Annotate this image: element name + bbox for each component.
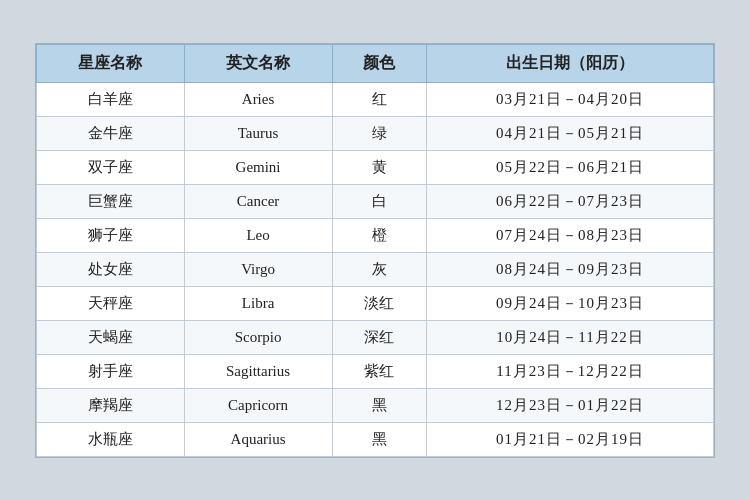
cell-dates: 10月24日－11月22日 [427, 320, 714, 354]
cell-dates: 01月21日－02月19日 [427, 422, 714, 456]
cell-chinese: 双子座 [37, 150, 185, 184]
table-body: 白羊座Aries红03月21日－04月20日金牛座Taurus绿04月21日－0… [37, 82, 714, 456]
table-row: 狮子座Leo橙07月24日－08月23日 [37, 218, 714, 252]
cell-chinese: 水瓶座 [37, 422, 185, 456]
cell-chinese: 天蝎座 [37, 320, 185, 354]
cell-color: 淡红 [332, 286, 427, 320]
cell-english: Capricorn [184, 388, 332, 422]
cell-color: 紫红 [332, 354, 427, 388]
col-header-english: 英文名称 [184, 44, 332, 82]
cell-dates: 06月22日－07月23日 [427, 184, 714, 218]
zodiac-table-container: 星座名称 英文名称 颜色 出生日期（阳历） 白羊座Aries红03月21日－04… [35, 43, 715, 458]
table-row: 天秤座Libra淡红09月24日－10月23日 [37, 286, 714, 320]
cell-chinese: 狮子座 [37, 218, 185, 252]
cell-dates: 03月21日－04月20日 [427, 82, 714, 116]
cell-dates: 09月24日－10月23日 [427, 286, 714, 320]
cell-chinese: 巨蟹座 [37, 184, 185, 218]
table-row: 天蝎座Scorpio深红10月24日－11月22日 [37, 320, 714, 354]
cell-chinese: 摩羯座 [37, 388, 185, 422]
cell-english: Scorpio [184, 320, 332, 354]
cell-chinese: 白羊座 [37, 82, 185, 116]
table-row: 水瓶座Aquarius黑01月21日－02月19日 [37, 422, 714, 456]
cell-chinese: 射手座 [37, 354, 185, 388]
cell-dates: 04月21日－05月21日 [427, 116, 714, 150]
cell-color: 橙 [332, 218, 427, 252]
cell-color: 灰 [332, 252, 427, 286]
cell-dates: 11月23日－12月22日 [427, 354, 714, 388]
cell-english: Gemini [184, 150, 332, 184]
cell-color: 白 [332, 184, 427, 218]
table-row: 白羊座Aries红03月21日－04月20日 [37, 82, 714, 116]
cell-english: Leo [184, 218, 332, 252]
table-row: 处女座Virgo灰08月24日－09月23日 [37, 252, 714, 286]
table-row: 双子座Gemini黄05月22日－06月21日 [37, 150, 714, 184]
cell-english: Virgo [184, 252, 332, 286]
table-row: 巨蟹座Cancer白06月22日－07月23日 [37, 184, 714, 218]
cell-color: 黑 [332, 422, 427, 456]
cell-english: Libra [184, 286, 332, 320]
col-header-dates: 出生日期（阳历） [427, 44, 714, 82]
col-header-chinese: 星座名称 [37, 44, 185, 82]
table-row: 射手座Sagittarius紫红11月23日－12月22日 [37, 354, 714, 388]
cell-chinese: 天秤座 [37, 286, 185, 320]
col-header-color: 颜色 [332, 44, 427, 82]
zodiac-table: 星座名称 英文名称 颜色 出生日期（阳历） 白羊座Aries红03月21日－04… [36, 44, 714, 457]
cell-english: Aquarius [184, 422, 332, 456]
cell-english: Aries [184, 82, 332, 116]
table-row: 摩羯座Capricorn黑12月23日－01月22日 [37, 388, 714, 422]
cell-color: 红 [332, 82, 427, 116]
cell-english: Taurus [184, 116, 332, 150]
cell-color: 绿 [332, 116, 427, 150]
cell-color: 黄 [332, 150, 427, 184]
cell-english: Sagittarius [184, 354, 332, 388]
table-header-row: 星座名称 英文名称 颜色 出生日期（阳历） [37, 44, 714, 82]
cell-chinese: 处女座 [37, 252, 185, 286]
cell-color: 深红 [332, 320, 427, 354]
cell-dates: 08月24日－09月23日 [427, 252, 714, 286]
cell-dates: 07月24日－08月23日 [427, 218, 714, 252]
cell-dates: 12月23日－01月22日 [427, 388, 714, 422]
cell-color: 黑 [332, 388, 427, 422]
cell-english: Cancer [184, 184, 332, 218]
cell-chinese: 金牛座 [37, 116, 185, 150]
table-row: 金牛座Taurus绿04月21日－05月21日 [37, 116, 714, 150]
cell-dates: 05月22日－06月21日 [427, 150, 714, 184]
